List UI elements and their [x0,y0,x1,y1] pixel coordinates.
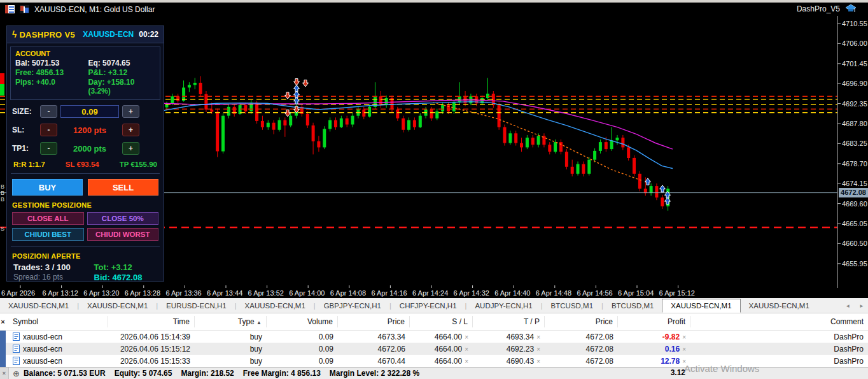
table-row[interactable]: xauusd-ecn2026.04.06 15:14:39buy0.094673… [0,331,868,343]
trades-table-header: ×SymbolTimeType ▲VolumePriceS / LT / PPr… [0,313,868,331]
cell-sl: 4664.00× [410,333,473,341]
time-axis-label: 6 Apr 2026 [1,289,35,297]
activate-windows-watermark: Activate Windows [684,363,759,374]
sl-plus-button[interactable]: + [122,124,139,136]
time-axis: 6 Apr 20266 Apr 13:126 Apr 13:206 Apr 13… [0,288,868,298]
price-axis-label: 4692.35 [842,100,868,108]
lightning-icon: ϟ [12,29,17,39]
trades-count: Trades: 3 / 100 [13,262,94,272]
position-management-heading: GESTIONE POSIZIONE [7,201,164,209]
cell-price: 4672.06 [338,345,410,354]
cell-volume: 0.09 [267,357,338,366]
time-axis-label: 6 Apr 14:56 [577,289,612,297]
expert-advisor-hat-icon[interactable] [845,4,857,13]
free-margin-value: Free: 4856.13 [15,68,88,77]
divider [11,173,160,174]
panel-title: DASHPRO V5 [19,30,75,39]
chart-tab-audjpy-ecn-h1[interactable]: AUDJPY-ECN,H1 [466,298,540,313]
table-row[interactable]: xauusd-ecn2026.04.06 15:15:12buy0.094672… [0,343,868,355]
cell-type: buy [195,333,267,341]
cell-sl: 4664.00× [410,345,473,354]
cell-type: buy [195,357,267,366]
delete-order-icon[interactable]: × [536,358,540,365]
column-header-type[interactable]: Type ▲ [195,316,267,327]
close-50-button[interactable]: CLOSE 50% [87,212,159,225]
size-row: SIZE: - 0.09 + [7,104,164,118]
status-margin: Margin: 218.52 [181,369,234,378]
delete-order-icon[interactable]: × [682,334,686,341]
close-all-button[interactable]: CLOSE ALL [12,212,84,225]
column-header-symbol[interactable]: Symbol [10,316,108,327]
delete-order-icon[interactable]: × [682,346,686,353]
tp-minus-button[interactable]: - [40,142,57,155]
account-box: ACCOUNT Bal: 5071.53 Eq: 5074.65 Free: 4… [10,46,160,100]
close-worst-button[interactable]: CHIUDI WORST [87,228,159,241]
column-header-tp[interactable]: T / P [473,316,545,327]
column-header-profit[interactable]: Profit [618,316,690,327]
size-minus-button[interactable]: - [40,105,57,118]
open-positions-heading: POSIZIONI APERTE [7,252,164,260]
chart-tab-xauusd-ecn-m1[interactable]: XAUUSD-ECN,M1 [741,298,818,313]
tab-scroll-right-icon[interactable]: ► [859,303,864,309]
chart-tab-chfjpy-ecn-h1[interactable]: CHFJPY-ECN,H1 [391,298,465,313]
close-best-button[interactable]: CHIUDI BEST [12,228,84,241]
column-header-volume[interactable]: Volume [267,316,338,327]
tp-plus-button[interactable]: + [122,142,139,155]
time-axis-label: 6 Apr 14:40 [494,289,530,297]
pips-value: Pips: +40.0 [15,78,88,96]
sell-button[interactable]: SELL [88,179,158,196]
order-doc-icon [13,345,20,353]
cell-symbol: xauusd-ecn [10,333,108,341]
time-axis-label: 6 Apr 14:24 [412,289,448,297]
account-heading: ACCOUNT [15,50,155,57]
sl-minus-button[interactable]: - [40,124,57,136]
toolbox-side-tab[interactable]: × [0,368,9,379]
price-axis-label: 4687.80 [842,120,868,127]
cell-symbol: xauusd-ecn [10,345,108,354]
time-axis-label: 6 Apr 13:28 [125,289,160,297]
chart-tab-xauusd-ecn-m1[interactable]: XAUUSD-ECN,M1 [0,298,77,313]
cell-time: 2026.04.06 15:15:12 [108,345,195,354]
chart-tab-xauusd-ecn-m1[interactable]: XAUUSD-ECN,M1 [79,298,156,313]
chart-tab-gbpjpy-ecn-h1[interactable]: GBPJPY-ECN,H1 [316,298,389,313]
toolbox-close-icon[interactable]: × [0,316,10,327]
price-axis-label: 4683.25 [842,139,868,147]
chart-tab-xauusd-ecn-m1[interactable]: XAUUSD-ECN,M1 [662,299,740,313]
chart-tab-eurusd-ecn-h1[interactable]: EURUSD-ECN,H1 [158,298,235,313]
delete-order-icon[interactable]: × [465,334,468,341]
cell-symbol: xauusd-ecn [10,357,108,366]
dashpro-panel: ϟ DASHPRO V5 XAUUSD-ECN 00:22 ACCOUNT Ba… [6,25,164,282]
price-axis-label: 4674.15 [842,180,868,187]
trades-table: ×SymbolTimeType ▲VolumePriceS / LT / PPr… [0,313,868,367]
divider [11,246,160,247]
time-axis-label: 6 Apr 13:52 [248,289,284,297]
chart-tab-btcusd-m1[interactable]: BTCUSD,M1 [603,298,662,313]
cell-tp: 4693.34× [473,333,545,341]
column-header-price[interactable]: Price [545,316,618,327]
column-header-price[interactable]: Price [338,316,410,327]
tp-label: TP1: [12,144,40,153]
column-header-comment[interactable]: Comment [690,316,868,327]
column-header-sl[interactable]: S / L [410,316,473,327]
chart-tab-btcusd-m1[interactable]: BTCUSD,M1 [543,298,601,313]
tp-row: TP1: - 2000 pts + [7,141,164,155]
price-axis-label: 4706.00 [842,39,868,47]
time-axis-label: 6 Apr 13:20 [83,289,119,297]
time-axis-label: 6 Apr 15:04 [618,289,654,297]
size-value[interactable]: 0.09 [60,105,119,118]
delete-order-icon[interactable]: × [536,346,540,353]
chart-bars-icon [20,5,29,13]
time-axis-label: 6 Apr 15:12 [659,289,695,297]
delete-order-icon[interactable]: × [465,346,468,353]
plus-circle-icon[interactable]: ⊕ [13,369,20,378]
trade-letter-label: B [1,196,4,203]
buy-button[interactable]: BUY [12,179,83,196]
current-price-tag: 4672.08 [839,188,868,197]
chart-tab-xauusd-ecn-m1[interactable]: XAUUSD-ECN,M1 [237,298,314,313]
column-header-time[interactable]: Time [108,316,195,327]
tab-scroll-left-icon[interactable]: ◄ [845,303,850,309]
size-plus-button[interactable]: + [122,105,139,118]
delete-order-icon[interactable]: × [465,358,468,365]
cell-type: buy [195,345,267,354]
delete-order-icon[interactable]: × [536,334,540,341]
